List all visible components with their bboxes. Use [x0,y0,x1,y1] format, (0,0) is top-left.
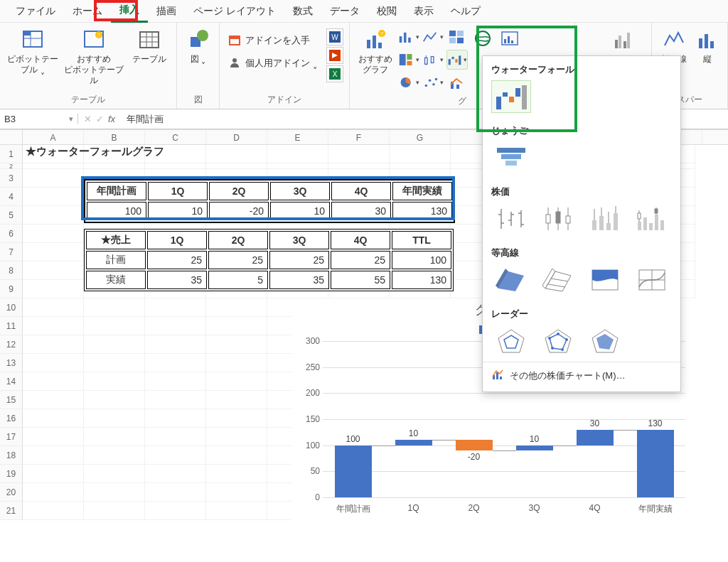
cell[interactable] [145,465,206,483]
cell[interactable] [84,298,145,317]
cell[interactable] [206,502,267,520]
cell[interactable] [206,372,267,391]
row-header-7[interactable]: 7 [0,243,23,261]
cell[interactable] [23,298,84,317]
cell[interactable] [145,372,206,391]
cell[interactable] [84,446,145,465]
more-stock-charts-button[interactable]: その他の株価チャート(M)… [483,362,680,389]
formula-enter-icon[interactable]: ✓ [96,114,104,124]
chart-line-dropdown[interactable]: ▾ [422,27,444,47]
stock-chart-option-3[interactable] [585,202,625,235]
recommend-chart-button[interactable]: ? おすすめ グラフ [354,26,397,78]
cell[interactable] [23,409,84,428]
cell[interactable] [206,483,267,502]
get-addins-button[interactable]: アドインを入手 [224,31,325,50]
mini-addin-2[interactable] [326,47,343,64]
my-addins-button[interactable]: 個人用アドイン ˬ [224,54,325,72]
menu-home[interactable]: ホーム [64,1,111,22]
t2-r1c3[interactable]: 55 [331,271,390,289]
chart-combo-dropdown[interactable] [446,72,468,92]
cell[interactable] [84,317,145,335]
cell[interactable] [84,391,145,409]
row-header-21[interactable]: 21 [0,502,23,520]
menu-review[interactable]: 校閲 [368,1,405,22]
t2-ch4[interactable]: TTL [392,231,451,249]
col-E[interactable]: E [267,130,328,144]
cell[interactable] [145,317,206,335]
row-header-5[interactable]: 5 [0,206,23,225]
t2-r1c2[interactable]: 35 [269,271,329,289]
col-B[interactable]: B [84,130,145,144]
row-header-9[interactable]: 9 [0,280,23,298]
row-header-16[interactable]: 16 [0,409,23,428]
row-header-18[interactable]: 18 [0,446,23,465]
menu-data[interactable]: データ [321,1,368,22]
cell[interactable] [145,483,206,502]
shapes-button[interactable]: 図 ˬ [181,26,215,67]
chart-waterfall-dropdown[interactable]: ▾ [446,50,468,70]
stock-chart-option-4[interactable] [632,202,672,235]
cell[interactable] [206,446,267,465]
sparkline-col-button[interactable]: 縦 [692,26,723,67]
row-header-20[interactable]: 20 [0,483,23,502]
t2-r0c0[interactable]: 25 [147,251,207,269]
chart-statistical-dropdown[interactable]: ▾ [422,50,444,70]
waterfall-chart-option[interactable] [491,80,531,113]
cell[interactable] [23,428,84,446]
radar-chart-option-1[interactable] [491,325,531,357]
cell[interactable] [84,502,145,520]
row-header-12[interactable]: 12 [0,335,23,354]
mini-addin-1[interactable]: W [326,28,343,45]
cell[interactable] [23,446,84,465]
t1-h1[interactable]: 1Q [148,182,208,200]
cell[interactable] [267,163,328,169]
t1-v0[interactable]: 100 [87,202,146,220]
cell[interactable] [23,465,84,483]
row-header-19[interactable]: 19 [0,465,23,483]
chart-scatter-dropdown[interactable]: ▾ [422,72,444,92]
stock-chart-option-1[interactable] [491,202,531,235]
cell[interactable] [206,145,267,163]
cell[interactable] [84,465,145,483]
row-header-8[interactable]: 8 [0,261,23,280]
t2-r1c4[interactable]: 130 [392,271,451,289]
cell[interactable] [23,163,84,169]
funnel-chart-option[interactable] [491,141,531,174]
surface-chart-option-1[interactable] [491,264,531,296]
chart-column-dropdown[interactable]: ▾ [398,27,419,47]
row-header-6[interactable]: 6 [0,225,23,243]
cell[interactable] [23,354,84,372]
menu-help[interactable]: ヘルプ [442,1,489,22]
chart-map-dropdown[interactable] [446,27,468,47]
cell[interactable] [84,409,145,428]
cell[interactable] [145,163,206,169]
chart-hierarchy-dropdown[interactable]: ▾ [398,50,419,70]
cell[interactable] [267,145,328,163]
cell[interactable] [206,163,267,169]
cell[interactable] [145,354,206,372]
t2-ch0[interactable]: 1Q [147,231,207,249]
cell[interactable] [328,163,390,169]
t1-v1[interactable]: 10 [148,202,208,220]
t2-r0c3[interactable]: 25 [331,251,390,269]
cell[interactable] [206,465,267,483]
radar-chart-option-3[interactable] [585,325,625,357]
cell[interactable] [23,372,84,391]
cell[interactable] [23,317,84,335]
cell[interactable] [206,428,267,446]
cell[interactable] [145,502,206,520]
formula-cancel-icon[interactable]: ✕ [84,114,92,124]
cell[interactable] [23,261,84,280]
t2-r0c2[interactable]: 25 [269,251,329,269]
cell[interactable] [206,409,267,428]
row-header-1[interactable]: 1 [0,145,23,163]
pivottable-button[interactable]: ピボットテーブル ˬ [4,26,61,78]
t2-rh0[interactable]: 計画 [86,251,146,269]
name-box[interactable]: B3 ▾ [0,114,78,124]
surface-chart-option-2[interactable] [538,264,578,296]
cell[interactable] [23,169,84,188]
t2-corner[interactable]: ★売上 [86,231,146,249]
ribbon-cluster-icon[interactable] [601,26,647,57]
t1-h3[interactable]: 3Q [270,182,330,200]
menu-pagelayout[interactable]: ページ レイアウト [185,1,284,22]
